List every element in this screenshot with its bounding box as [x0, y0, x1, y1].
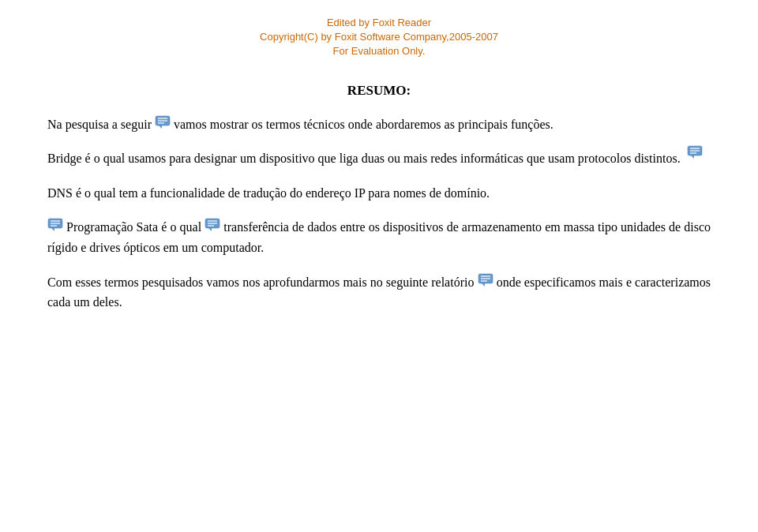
- comment-icon-3: [47, 217, 63, 230]
- paragraph-1: Na pesquisa a seguir vamos mostrar os te…: [47, 114, 711, 135]
- resumo-title: RESUMO:: [47, 83, 711, 99]
- comment-icon-2: [687, 144, 703, 165]
- svg-marker-6: [691, 155, 694, 159]
- svg-marker-11: [51, 228, 54, 231]
- comment-icon-4: [205, 217, 220, 230]
- svg-marker-1: [159, 126, 162, 129]
- foxit-line1: Edited by Foxit Reader: [47, 16, 711, 30]
- svg-marker-21: [482, 283, 485, 287]
- foxit-header: Edited by Foxit Reader Copyright(C) by F…: [47, 16, 711, 59]
- paragraph-3: DNS é o qual tem a funcionalidade de tra…: [47, 183, 711, 204]
- page-container: Edited by Foxit Reader Copyright(C) by F…: [0, 0, 758, 532]
- paragraph-4: Programação Sata é o qual transferência …: [47, 217, 711, 257]
- comment-icon-5: [478, 272, 493, 286]
- foxit-line3: For Evaluation Only.: [47, 44, 711, 58]
- paragraph-2: Bridge é o qual usamos para designar um …: [47, 148, 711, 169]
- paragraph-5: Com esses termos pesquisados vamos nos a…: [47, 272, 711, 313]
- comment-icon-1: [155, 114, 171, 128]
- foxit-line2: Copyright(C) by Foxit Software Company,2…: [47, 30, 711, 44]
- svg-marker-16: [208, 228, 212, 231]
